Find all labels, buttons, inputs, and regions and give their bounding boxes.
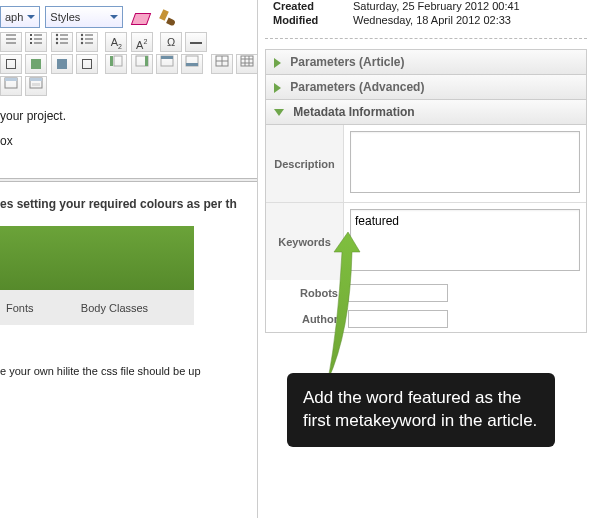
svg-rect-4 (30, 38, 32, 40)
format-brush-icon[interactable] (157, 7, 179, 29)
description-input[interactable] (350, 131, 580, 193)
svg-rect-3 (30, 34, 32, 36)
svg-rect-22 (114, 56, 122, 66)
hr-icon[interactable] (185, 32, 207, 52)
svg-rect-32 (241, 56, 253, 66)
list-square-icon[interactable] (25, 32, 47, 52)
paragraph-select[interactable]: aph (0, 6, 40, 28)
col1-icon[interactable] (105, 54, 127, 74)
chevron-right-icon (274, 58, 281, 68)
author-label: Author (266, 308, 344, 330)
col4-icon[interactable] (181, 54, 203, 74)
svg-point-15 (81, 34, 83, 36)
styles-select[interactable]: Styles (45, 6, 123, 28)
metadata-panel: Description Keywords Robots Author (266, 125, 586, 332)
keywords-input[interactable] (350, 209, 580, 271)
theme-preview: Fonts Body Classes (0, 226, 194, 320)
chevron-right-icon (274, 83, 281, 93)
svg-rect-38 (5, 78, 17, 81)
layout3-icon[interactable] (51, 54, 73, 74)
svg-point-9 (55, 34, 57, 36)
svg-rect-5 (30, 42, 32, 44)
acc-label: Parameters (Article) (290, 55, 404, 69)
editor-content[interactable]: your project. ox es setting your require… (0, 98, 257, 380)
article-dates: Created Saturday, 25 February 2012 00:41… (265, 0, 587, 39)
accordion-parameters-advanced[interactable]: Parameters (Advanced) (266, 75, 586, 100)
table-icon[interactable] (211, 54, 233, 74)
created-label: Created (273, 0, 353, 12)
robots-label: Robots (266, 282, 344, 304)
svg-rect-26 (161, 56, 173, 59)
preview-header-bar (0, 226, 194, 290)
list-ordered-icon[interactable] (0, 32, 22, 52)
subscript-icon[interactable]: A2 (105, 32, 127, 52)
list-circle-icon[interactable] (51, 32, 73, 52)
annotation-callout: Add the word featured as the first metak… (287, 373, 555, 447)
layout1-icon[interactable] (0, 54, 22, 74)
author-input[interactable] (348, 310, 448, 328)
note-text: e your own hilite the css file should be… (0, 364, 257, 379)
svg-rect-24 (145, 56, 148, 66)
modified-label: Modified (273, 14, 353, 26)
svg-rect-41 (32, 83, 40, 86)
svg-point-17 (81, 42, 83, 44)
editor-toolbars: aph Styles A2 A2 Ω (0, 0, 257, 98)
accordion-parameters-article[interactable]: Parameters (Article) (266, 50, 586, 75)
col2-icon[interactable] (131, 54, 153, 74)
scrollbar-track[interactable] (600, 0, 607, 518)
preview-tabs: Fonts Body Classes (0, 290, 194, 325)
acc-label: Parameters (Advanced) (290, 80, 424, 94)
grid-icon[interactable] (236, 54, 257, 74)
body-fragment-1: your project. (0, 108, 257, 125)
robots-input[interactable] (348, 284, 448, 302)
svg-rect-40 (30, 78, 42, 81)
charmap-icon[interactable]: Ω (160, 32, 182, 52)
window2-icon[interactable] (25, 76, 47, 96)
chevron-down-icon (274, 109, 284, 116)
acc-label: Metadata Information (293, 105, 414, 119)
description-label: Description (266, 125, 344, 202)
svg-point-10 (55, 38, 57, 40)
list-disc-icon[interactable] (76, 32, 98, 52)
modified-value: Wednesday, 18 April 2012 02:33 (353, 14, 511, 26)
superscript-icon[interactable]: A2 (131, 32, 153, 52)
col3-icon[interactable] (156, 54, 178, 74)
tab-fonts[interactable]: Fonts (6, 301, 34, 316)
svg-rect-28 (186, 63, 198, 66)
svg-point-11 (55, 42, 57, 44)
editor-pane: aph Styles A2 A2 Ω (0, 0, 258, 518)
svg-point-16 (81, 38, 83, 40)
body-fragment-2: ox (0, 133, 257, 150)
created-value: Saturday, 25 February 2012 00:41 (353, 0, 520, 12)
svg-rect-21 (110, 56, 113, 66)
keywords-label: Keywords (266, 203, 344, 280)
layout4-icon[interactable] (76, 54, 98, 74)
accordion-metadata-information[interactable]: Metadata Information (266, 100, 586, 125)
section-heading: es setting your required colours as per … (0, 196, 257, 213)
eraser-icon[interactable] (130, 7, 152, 29)
layout2-icon[interactable] (25, 54, 47, 74)
tab-body-classes[interactable]: Body Classes (81, 301, 148, 316)
accordion: Parameters (Article) Parameters (Advance… (265, 49, 587, 333)
divider (0, 178, 257, 182)
window1-icon[interactable] (0, 76, 22, 96)
